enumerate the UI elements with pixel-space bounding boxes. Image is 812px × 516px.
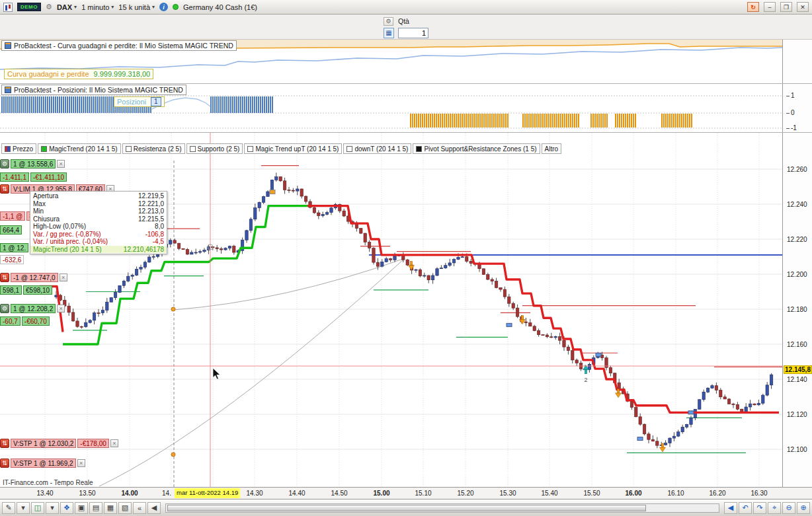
short-position-bar (416, 114, 417, 128)
indicator-chip[interactable]: Resistenza (2 5) (122, 143, 185, 154)
long-position-bar (93, 96, 94, 113)
equity-panel-tab[interactable]: ProBacktest - Curva guadagni e perdite: … (1, 40, 237, 51)
drawing-handle-dot[interactable] (171, 307, 175, 311)
long-position-bar (25, 96, 26, 113)
share-button[interactable]: ❖ (60, 502, 73, 514)
order-label-chip[interactable]: €598,10 (23, 285, 52, 295)
pan-left-button[interactable]: ◀ (724, 502, 737, 514)
quantity-input[interactable] (398, 28, 428, 38)
strategy-gear-icon[interactable]: ⚙ (0, 159, 9, 168)
short-position-bar (428, 114, 429, 128)
order-label-chip[interactable]: 598,1 (0, 285, 22, 295)
drawing-handle-dot[interactable] (171, 453, 175, 457)
entry-marker[interactable] (270, 190, 275, 194)
order-transfer-icon[interactable]: ⇅ (0, 439, 9, 448)
drawing-curve[interactable] (99, 258, 405, 486)
close-icon[interactable]: × (110, 439, 118, 447)
position-marker[interactable] (596, 353, 601, 356)
candle (283, 181, 286, 190)
position-marker[interactable] (507, 323, 512, 326)
indicator-chip[interactable]: Magic Trend upT (20 14 1 5) (244, 143, 342, 154)
close-icon[interactable]: × (57, 305, 65, 313)
calculator-icon[interactable]: ▦ (384, 28, 394, 38)
order-label-chip[interactable]: -1,1 @ (0, 211, 25, 221)
long-position-bar (67, 96, 68, 113)
long-position-bar (236, 96, 237, 113)
long-position-bar (75, 96, 76, 113)
positions-panel-tab[interactable]: ProBacktest - Posizioni: Il Mio Sistema … (1, 85, 186, 95)
info-icon[interactable]: i (159, 3, 168, 11)
indicator-chip[interactable]: Supporto (2 5) (186, 143, 243, 154)
order-transfer-icon[interactable]: ⇅ (0, 273, 9, 282)
order-tool-icon[interactable]: ⚙ (384, 17, 393, 26)
price-axis-column[interactable]: 12.145,8 12.26012.24012.22012.20012.1801… (782, 133, 812, 487)
order-label-chip[interactable]: -632,6 (0, 255, 24, 264)
close-icon[interactable]: × (57, 160, 65, 168)
candle (245, 231, 248, 240)
drawing-curve[interactable] (173, 258, 405, 310)
indicator-chip[interactable]: Altro (542, 143, 562, 154)
order-label-chip[interactable]: -€60,70 (22, 316, 50, 326)
order-transfer-icon[interactable]: ⇅ (0, 459, 9, 468)
order-label-chip[interactable]: 1 @ 12. (0, 243, 28, 252)
draw-tools-button[interactable]: ✎ (2, 502, 15, 514)
scrollbar-thumb[interactable] (167, 505, 646, 511)
chart-scrollbar[interactable] (165, 503, 719, 513)
order-label-chip[interactable]: V:STP 1 @ 11.969,2 (11, 459, 76, 468)
order-label-chip[interactable]: V:STP 1 @ 12.030,2 (11, 439, 76, 448)
close-icon[interactable]: × (77, 459, 85, 467)
order-label-chip[interactable]: -1.411,1 (0, 172, 29, 182)
order-label-chip[interactable]: 664,4 (0, 225, 22, 235)
order-transfer-icon[interactable]: ⇅ (0, 184, 9, 194)
timeframe-dropdown[interactable]: 1 minuto▾ (81, 3, 114, 11)
comments-button[interactable]: ▤ (89, 502, 102, 514)
redo-button[interactable]: ↷ (753, 502, 766, 514)
indicator-chip[interactable]: Pivot Support&Resistance Zones (1 5) (413, 143, 540, 154)
indicator-chip[interactable]: Prezzo (1, 143, 36, 154)
time-axis[interactable]: mar 11-ott-2022 14.19 13.4013.5014.0014.… (0, 487, 812, 499)
refresh-button[interactable]: ↻ (747, 2, 759, 12)
instrument-dropdown[interactable]: DAX▾ (57, 3, 77, 11)
order-label-chip[interactable]: -€1.411,10 (30, 172, 67, 182)
order-label-chip[interactable]: 1 @ 12.208,2 (11, 304, 56, 313)
workspace-tool-icon[interactable]: ⚙ (46, 3, 52, 11)
collapse-toolbar-button[interactable]: « (133, 502, 146, 514)
long-position-bar (110, 96, 112, 113)
reports-button[interactable]: ▧ (118, 502, 132, 514)
long-position-bar (57, 96, 58, 113)
maximize-button[interactable]: ❐ (780, 2, 792, 12)
price-chart-canvas[interactable]: 2 (0, 133, 782, 488)
long-position-bar (234, 96, 235, 113)
order-label-chip[interactable]: -60,7 (0, 316, 20, 326)
zoom-in-button[interactable]: ⊕ (797, 502, 810, 514)
chart-style-dropdown[interactable]: ▾ (46, 502, 59, 514)
zoom-fit-button[interactable]: ⌖ (768, 502, 781, 514)
close-icon[interactable]: × (60, 274, 67, 281)
short-position-bar (426, 114, 427, 128)
orders-table-button[interactable]: ▦ (104, 502, 117, 514)
units-dropdown[interactable]: 15 k unità▾ (118, 3, 155, 11)
candle (715, 386, 717, 390)
order-label-chip[interactable]: -€178,00 (77, 439, 108, 448)
chart-style-button[interactable]: ◫ (31, 502, 44, 514)
long-position-bar (95, 96, 96, 113)
alerts-button[interactable]: ▣ (75, 502, 88, 514)
minimize-button[interactable]: – (764, 2, 776, 12)
long-position-bar (49, 96, 50, 113)
time-label: 15.30 (499, 490, 516, 497)
short-position-bar (444, 114, 445, 128)
indicator-chip[interactable]: MagicTrend (20 14 1 5) (38, 143, 121, 154)
close-button[interactable]: ✕ (797, 2, 809, 12)
undo-button[interactable]: ↶ (739, 502, 752, 514)
time-label: 15.40 (541, 490, 557, 497)
position-marker[interactable] (688, 411, 694, 414)
draw-tools-dropdown[interactable]: ▾ (17, 502, 30, 514)
indicator-chip[interactable]: downT (20 14 1 5) (343, 143, 411, 154)
order-label-chip[interactable]: 1 @ 13.558,6 (11, 159, 56, 168)
scroll-left-button[interactable]: ◀ (147, 502, 161, 514)
zoom-out-button[interactable]: ⊖ (782, 502, 795, 514)
order-label-chip[interactable]: -1 @ 12.747,0 (11, 273, 58, 282)
strategy-gear-icon[interactable]: ⚙ (0, 304, 9, 313)
short-position-bar (534, 114, 536, 128)
position-marker[interactable] (637, 437, 643, 441)
